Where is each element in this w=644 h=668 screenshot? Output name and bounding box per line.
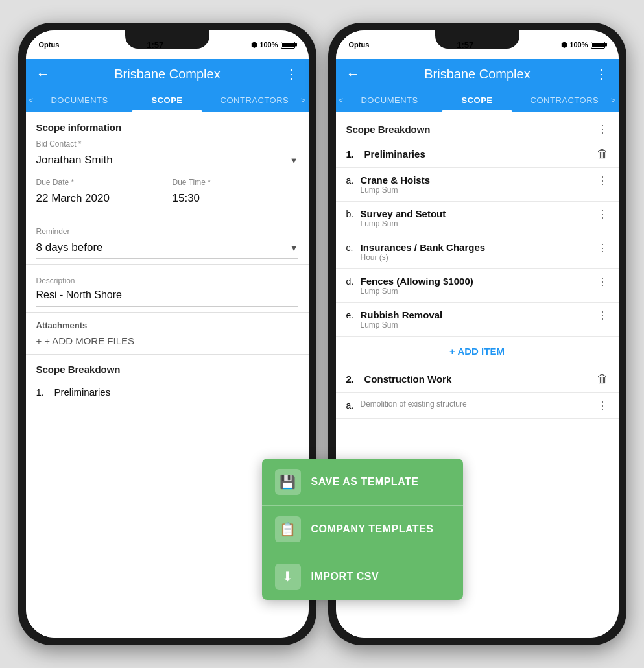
section2-sub-index: a. xyxy=(346,400,361,411)
prelim-num: 1. xyxy=(346,149,364,160)
breakdown-label-left: Preliminaries xyxy=(54,387,298,398)
tab-scope-left[interactable]: SCOPE xyxy=(123,89,211,112)
company-templates-item[interactable]: 📋 COMPANY TEMPLATES xyxy=(262,506,463,553)
breakdown-title-left: Scope Breakdown xyxy=(36,364,121,375)
item-name-c: Insurances / Bank Charges xyxy=(361,242,597,253)
item-name-e: Rubbish Removal xyxy=(361,309,597,320)
item-index-a: a. xyxy=(346,174,361,185)
item-sub-e: Lump Sum xyxy=(361,320,597,329)
due-date-label: Due Date * xyxy=(36,178,162,187)
notch-left xyxy=(125,30,209,49)
notch-right xyxy=(435,30,519,49)
item-more-c[interactable]: ⋮ xyxy=(597,242,608,254)
item-sub-c: Hour (s) xyxy=(361,253,597,262)
item-row-d: d. Fences (Allowing $1000) Lump Sum ⋮ xyxy=(336,269,619,303)
item-actions-e: ⋮ xyxy=(597,309,608,322)
bid-contact-dropdown-icon: ▼ xyxy=(290,156,298,165)
battery-icon-right xyxy=(591,42,605,49)
item-row-e: e. Rubbish Removal Lump Sum ⋮ xyxy=(336,303,619,337)
prelim-delete-icon[interactable]: 🗑 xyxy=(597,147,608,161)
bid-contact-field[interactable]: Jonathan Smith ▼ xyxy=(36,150,298,171)
time-right: 1:57 xyxy=(457,40,473,50)
tab-documents-right[interactable]: DOCUMENTS xyxy=(346,89,433,112)
section2-sub-more[interactable]: ⋮ xyxy=(597,400,608,412)
due-time-group: Due Time * 15:30 xyxy=(173,171,298,209)
reminder-field[interactable]: 8 days before ▼ xyxy=(36,237,298,259)
more-menu-right[interactable]: ⋮ xyxy=(595,66,608,82)
carrier-right: Optus xyxy=(349,41,370,49)
due-time-value: 15:30 xyxy=(173,192,200,205)
due-time-field[interactable]: 15:30 xyxy=(173,188,298,209)
tab-contractors-right[interactable]: CONTRACTORS xyxy=(521,89,608,112)
item-actions-d: ⋮ xyxy=(597,276,608,288)
back-button-left[interactable]: ← xyxy=(36,66,51,82)
battery-pct-right: 100% xyxy=(569,41,588,49)
item-content-b: Survey and Setout Lump Sum xyxy=(361,208,597,228)
reminder-value: 8 days before xyxy=(36,241,103,254)
add-files-button[interactable]: + + ADD MORE FILES xyxy=(36,335,298,346)
company-templates-label: COMPANY TEMPLATES xyxy=(311,523,434,535)
item-sub-d: Lump Sum xyxy=(361,287,597,296)
item-more-e[interactable]: ⋮ xyxy=(597,309,608,322)
battery-icon-left xyxy=(281,42,295,49)
section2-header-row: 2. Construction Work 🗑 xyxy=(336,366,619,393)
app-header-left: ← Brisbane Complex ⋮ xyxy=(26,59,309,89)
header-title-left: Brisbane Complex xyxy=(51,67,285,82)
reminder-dropdown-icon: ▼ xyxy=(290,243,298,253)
add-item-button[interactable]: + ADD ITEM xyxy=(336,337,619,366)
section2-label: Construction Work xyxy=(364,374,597,385)
bluetooth-icon-right: ⬢ xyxy=(561,41,567,49)
status-bar-left: Optus 1:57 ⬢ 100% xyxy=(26,30,309,59)
due-date-value: 22 March 2020 xyxy=(36,192,110,205)
item-content-c: Insurances / Bank Charges Hour (s) xyxy=(361,242,597,262)
section2-sub-actions: ⋮ xyxy=(597,400,608,412)
reminder-section: Reminder 8 days before ▼ xyxy=(26,215,309,265)
scope-info-section: Scope information Bid Contact * Jonathan… xyxy=(26,112,309,215)
carrier-left: Optus xyxy=(39,41,60,49)
import-csv-label: IMPORT CSV xyxy=(311,571,379,582)
item-content-e: Rubbish Removal Lump Sum xyxy=(361,309,597,329)
status-bar-right: Optus 1:57 ⬢ 100% xyxy=(336,30,619,59)
section2-sub-content: Demolition of existing structure xyxy=(361,400,597,409)
breakdown-item-left: 1. Preliminaries xyxy=(36,381,298,403)
back-button-right[interactable]: ← xyxy=(346,66,361,82)
more-menu-left[interactable]: ⋮ xyxy=(285,66,298,82)
item-more-d[interactable]: ⋮ xyxy=(597,276,608,288)
add-files-label: + ADD MORE FILES xyxy=(44,335,134,346)
item-actions-c: ⋮ xyxy=(597,242,608,254)
tab-bar-right: < DOCUMENTS SCOPE CONTRACTORS > xyxy=(336,89,619,112)
tab-bar-left: < DOCUMENTS SCOPE CONTRACTORS > xyxy=(26,89,309,112)
item-index-c: c. xyxy=(346,242,361,253)
tab-scope-right[interactable]: SCOPE xyxy=(433,89,521,112)
item-name-d: Fences (Allowing $1000) xyxy=(361,276,597,287)
reminder-label: Reminder xyxy=(36,227,298,236)
description-value[interactable]: Resi - North Shore xyxy=(36,287,298,307)
prelim-label: Preliminaries xyxy=(364,149,597,160)
save-template-label: SAVE AS TEMPLATE xyxy=(311,476,419,488)
due-date-field[interactable]: 22 March 2020 xyxy=(36,188,162,209)
item-content-d: Fences (Allowing $1000) Lump Sum xyxy=(361,276,597,296)
scope-breakdown-right-header: Scope Breakdown ⋮ xyxy=(336,118,619,141)
item-row-a: a. Crane & Hoists Lump Sum ⋮ xyxy=(336,168,619,202)
tab-contractors-left[interactable]: CONTRACTORS xyxy=(211,89,298,112)
section2-sub-label: Demolition of existing structure xyxy=(361,400,597,409)
item-name-b: Survey and Setout xyxy=(361,208,597,219)
bluetooth-icon-left: ⬢ xyxy=(251,41,257,49)
company-templates-icon: 📋 xyxy=(275,516,301,542)
item-more-a[interactable]: ⋮ xyxy=(597,174,608,187)
item-index-e: e. xyxy=(346,309,361,320)
import-csv-item[interactable]: ⬇ IMPORT CSV xyxy=(262,553,463,600)
item-sub-b: Lump Sum xyxy=(361,219,597,228)
item-content-a: Crane & Hoists Lump Sum xyxy=(361,174,597,195)
attachments-section: Attachments + + ADD MORE FILES xyxy=(26,313,309,355)
due-date-group: Due Date * 22 March 2020 xyxy=(36,171,162,209)
save-as-template-item[interactable]: 💾 SAVE AS TEMPLATE xyxy=(262,459,463,506)
item-actions-a: ⋮ xyxy=(597,174,608,187)
section2-delete-icon[interactable]: 🗑 xyxy=(597,372,608,386)
scope-bd-more-icon[interactable]: ⋮ xyxy=(597,123,608,136)
description-section: Description Resi - North Shore xyxy=(26,265,309,313)
header-title-right: Brisbane Complex xyxy=(361,67,595,82)
item-more-b[interactable]: ⋮ xyxy=(597,208,608,221)
tab-documents-left[interactable]: DOCUMENTS xyxy=(36,89,123,112)
app-header-right: ← Brisbane Complex ⋮ xyxy=(336,59,619,89)
